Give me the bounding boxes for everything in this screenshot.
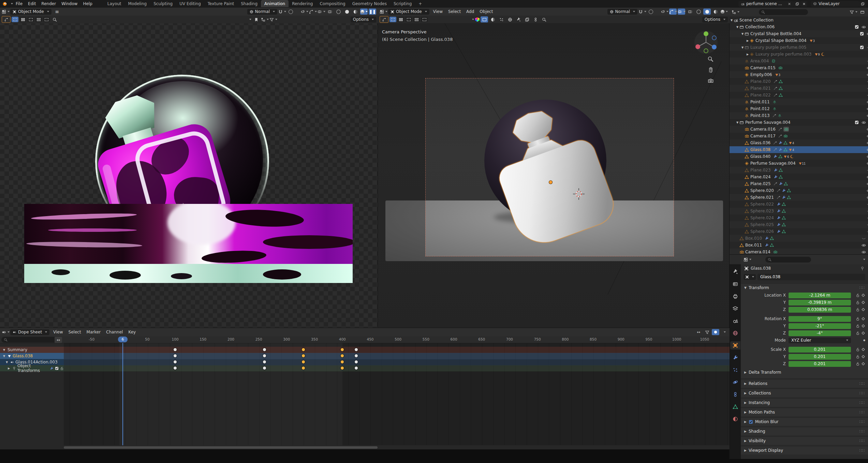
dope-filter-icon[interactable] [703, 329, 711, 335]
keyframe-260[interactable] [263, 354, 266, 357]
outliner-row[interactable]: Point.011 [730, 99, 868, 105]
outliner-row[interactable]: Glass.0364 [730, 139, 868, 146]
outliner-row[interactable]: Plane.022 [730, 92, 868, 99]
keyframe-330[interactable] [302, 354, 305, 357]
proportional-editing-icon[interactable] [287, 9, 294, 15]
options-dropdown[interactable]: Options [351, 17, 376, 23]
toggle-hide-viewport[interactable] [866, 30, 868, 37]
decorator-dot[interactable]: ● [863, 339, 865, 342]
panel-motion-paths[interactable]: ▶Motion Paths∷∷ [741, 408, 868, 416]
toggle-hide-viewport[interactable] [866, 44, 868, 51]
outliner-row[interactable]: Sphere.020 [730, 187, 868, 194]
outliner-filter-icon[interactable] [850, 9, 857, 15]
toggle-hide-viewport[interactable] [866, 214, 868, 221]
add-workspace-tab[interactable]: + [415, 0, 425, 8]
tab-uv-editing[interactable]: UV Editing [176, 0, 204, 8]
keyframe-330[interactable] [302, 348, 305, 351]
material-slot-chevron-icon[interactable] [472, 19, 474, 20]
shading-solid-icon[interactable] [343, 9, 351, 15]
dope-horizontal-scrollbar[interactable] [64, 446, 378, 449]
viewport-display-option-4[interactable] [506, 16, 514, 23]
zoom-tool-icon[interactable] [707, 56, 713, 63]
topbar-menu-window[interactable]: Window [59, 0, 80, 8]
mode-dropdown[interactable]: Object Mode [10, 9, 52, 15]
dope-menu-marker[interactable]: Marker [84, 328, 103, 336]
shading-material-icon[interactable] [352, 9, 359, 15]
toggle-hide-viewport[interactable] [861, 235, 866, 242]
editor-type-button[interactable] [2, 329, 9, 335]
field-value[interactable]: 0.201 [789, 361, 851, 367]
dope-fit-icon[interactable]: ↔ [695, 329, 702, 335]
outliner-row[interactable]: ▼Collection.006 [730, 24, 868, 30]
rotation-mode-dropdown[interactable]: XYZ Euler [789, 338, 851, 343]
viewport-menu-select[interactable]: Select [445, 8, 464, 15]
field-value[interactable]: 0.030836 m [789, 307, 851, 313]
toggle-hide-viewport[interactable] [866, 112, 868, 119]
annotation-bookmark-icon[interactable] [252, 16, 260, 23]
outliner-row[interactable]: Sphere.021 [730, 194, 868, 201]
toggle-hide-viewport[interactable] [861, 24, 866, 30]
toggle-hide-viewport[interactable] [866, 71, 868, 78]
breadcrumb-object[interactable]: Glass.038 [751, 266, 771, 271]
outliner-row[interactable]: Sphere.022 [730, 201, 868, 208]
select-new-button[interactable] [12, 17, 18, 22]
properties-tab-particles[interactable] [730, 366, 740, 374]
outliner-row[interactable]: Glass.0406 [730, 153, 868, 160]
tab-scripting[interactable]: Scripting [390, 0, 415, 8]
field-value[interactable]: 0.201 [789, 354, 851, 360]
keyframe-330[interactable] [302, 367, 305, 370]
viewport-display-option-3[interactable] [498, 16, 505, 23]
shading-material-icon[interactable] [712, 9, 719, 15]
panel-instancing[interactable]: ▶Instancing∷∷ [741, 398, 868, 407]
toggle-hide-viewport[interactable] [866, 228, 868, 235]
camera-view-icon[interactable] [707, 78, 713, 85]
options-dropdown[interactable]: Options [702, 17, 728, 23]
outliner-row[interactable]: Point.012 [730, 105, 868, 112]
outliner-row[interactable]: Camera.017 [730, 133, 868, 139]
pause-render-button[interactable]: ❚❚ [369, 9, 376, 15]
navigation-gizmo[interactable] [694, 30, 718, 55]
select-subtract-button[interactable] [27, 17, 34, 22]
keyframe-330[interactable] [302, 360, 305, 363]
toggle-hide-viewport[interactable] [866, 64, 868, 71]
delete-scene-button[interactable] [800, 1, 807, 7]
channel-fit-icon[interactable]: ↔ [55, 337, 62, 343]
toggle-hide-viewport[interactable] [866, 78, 868, 85]
mode-dropdown[interactable]: Object Mode [388, 9, 429, 15]
viewport-display-option-2[interactable] [489, 16, 497, 23]
toggle-hide-viewport[interactable] [866, 133, 868, 139]
properties-tab-constraints[interactable] [730, 390, 740, 399]
tab-modeling[interactable]: Modeling [125, 0, 150, 8]
editor-type-button[interactable] [2, 9, 9, 15]
auto-snap-icon[interactable] [712, 329, 719, 335]
shading-rendered-icon[interactable] [720, 9, 728, 15]
scene-selector[interactable]: perfume scene ... [738, 1, 794, 7]
dope-channel-group[interactable]: ▶Object Transforms [0, 365, 730, 371]
tab-rendering[interactable]: Rendering [289, 0, 316, 8]
outliner-search-input[interactable] [759, 9, 808, 15]
proportional-editing-icon[interactable] [647, 9, 654, 15]
outliner-row[interactable]: ▼Perfume Sauvage.004 [730, 119, 868, 126]
snapping-icon[interactable] [638, 9, 646, 15]
hierarchy-icon[interactable] [261, 16, 268, 23]
viewport-display-option-6[interactable] [523, 16, 531, 23]
field-value[interactable]: 0.201 [789, 347, 851, 353]
toggle-hide-viewport[interactable] [861, 249, 866, 255]
toggle-hide-viewport[interactable] [866, 180, 868, 187]
object-type-visibility-icon[interactable] [300, 9, 308, 15]
transform-panel-header[interactable]: ▼ Transform ∷∷ [741, 283, 868, 292]
select-subtract-button[interactable] [405, 17, 412, 22]
outliner-row[interactable]: Camera.015 [730, 64, 868, 71]
viewport-display-option-5[interactable] [515, 16, 522, 23]
blender-logo-icon[interactable] [2, 2, 8, 6]
object-id-icon[interactable] [744, 274, 756, 280]
keyframe-260[interactable] [263, 367, 266, 370]
shading-wireframe-icon[interactable] [335, 9, 342, 15]
properties-editor-type-icon[interactable] [744, 256, 751, 263]
active-tool-cursor-button[interactable] [380, 16, 388, 23]
outliner-row[interactable]: Sphere.026 [730, 228, 868, 235]
outliner-row[interactable]: Box.011 [730, 242, 868, 249]
delta-transform-panel[interactable]: ▶ Delta Transform [741, 369, 868, 376]
toggle-hide-viewport[interactable] [866, 174, 868, 180]
viewport-rendered[interactable]: ✦ Ob [0, 8, 378, 328]
